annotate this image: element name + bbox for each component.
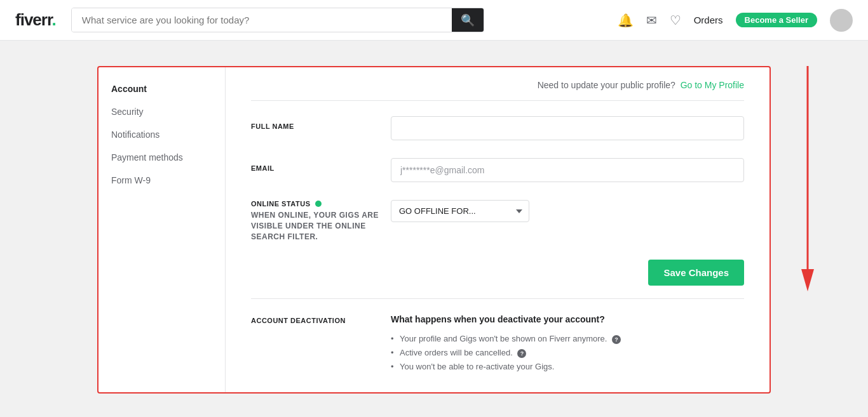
help-icon-1[interactable]: ? (517, 349, 526, 358)
sidebar-item-form-w9[interactable]: Form W-9 (98, 169, 225, 192)
search-bar: 🔍 (71, 8, 484, 32)
bullet-text-1: Active orders will be cancelled. (400, 348, 513, 357)
deactivation-info: What happens when you deactivate your ac… (391, 314, 744, 373)
bullet-text-0: Your profile and Gigs won't be shown on … (400, 334, 607, 343)
search-icon: 🔍 (461, 13, 475, 27)
bell-icon[interactable]: 🔔 (618, 13, 634, 28)
sidebar-item-security[interactable]: Security (98, 100, 225, 123)
full-name-label: FULL NAME (251, 116, 391, 130)
deactivation-list: Your profile and Gigs won't be shown on … (391, 332, 744, 373)
help-icon-0[interactable]: ? (612, 335, 621, 344)
offline-select-wrapper: GO OFFLINE FOR... GO OFFLINE FOR 1 HOUR … (391, 200, 744, 222)
header: fiverr. 🔍 🔔 ✉ ♡ Orders Become a Seller (0, 0, 868, 41)
settings-container: Account Security Notifications Payment m… (97, 66, 771, 394)
content-area: Need to update your public profile? Go t… (226, 67, 770, 392)
list-item: Your profile and Gigs won't be shown on … (391, 332, 744, 346)
deactivation-label: ACCOUNT DEACTIVATION (251, 314, 365, 324)
header-icons: 🔔 ✉ ♡ Orders Become a Seller (618, 9, 853, 32)
online-status-description: When online, your Gigs are visible under… (251, 210, 391, 242)
email-label: EMAIL (251, 158, 391, 172)
email-field-wrapper (391, 158, 744, 182)
bullet-text-2: You won't be able to re-activate your Gi… (400, 362, 554, 371)
profile-link-row: Need to update your public profile? Go t… (251, 80, 744, 101)
deactivation-question: What happens when you deactivate your ac… (391, 314, 744, 324)
svg-marker-1 (801, 269, 814, 291)
red-arrow-annotation (798, 66, 817, 295)
email-input[interactable] (391, 158, 744, 182)
list-item: You won't be able to re-activate your Gi… (391, 360, 744, 373)
full-name-input[interactable] (391, 116, 744, 140)
sidebar-item-account[interactable]: Account (98, 77, 225, 100)
section-divider (251, 298, 744, 299)
full-name-row: FULL NAME (251, 116, 744, 140)
full-name-field (391, 116, 744, 140)
search-button[interactable]: 🔍 (452, 8, 484, 32)
list-item: Active orders will be cancelled. ? (391, 346, 744, 360)
profile-prompt-text: Need to update your public profile? (538, 80, 675, 90)
deactivation-row: ACCOUNT DEACTIVATION What happens when y… (251, 314, 744, 373)
save-changes-button[interactable]: Save Changes (648, 260, 744, 286)
sidebar-item-payment-methods[interactable]: Payment methods (98, 146, 225, 169)
online-status-label: ONLINE STATUS (251, 200, 391, 208)
orders-link[interactable]: Orders (694, 15, 723, 25)
avatar[interactable] (830, 9, 853, 32)
main-container: Account Security Notifications Payment m… (0, 41, 868, 417)
sidebar-item-notifications[interactable]: Notifications (98, 123, 225, 146)
search-input[interactable] (72, 8, 452, 32)
save-row: Save Changes (251, 260, 744, 286)
logo[interactable]: fiverr. (15, 10, 56, 30)
mail-icon[interactable]: ✉ (646, 13, 657, 28)
go-to-profile-link[interactable]: Go to My Profile (681, 80, 744, 90)
offline-select[interactable]: GO OFFLINE FOR... GO OFFLINE FOR 1 HOUR … (391, 200, 529, 222)
logo-dot: . (52, 10, 56, 29)
online-status-text: ONLINE STATUS (251, 200, 310, 208)
become-seller-badge[interactable]: Become a Seller (736, 13, 817, 27)
heart-icon[interactable]: ♡ (670, 13, 681, 28)
online-status-label-col: ONLINE STATUS When online, your Gigs are… (251, 200, 391, 242)
online-status-row: ONLINE STATUS When online, your Gigs are… (251, 200, 744, 242)
sidebar: Account Security Notifications Payment m… (98, 67, 226, 392)
online-dot-icon (315, 201, 322, 207)
email-row: EMAIL (251, 158, 744, 182)
